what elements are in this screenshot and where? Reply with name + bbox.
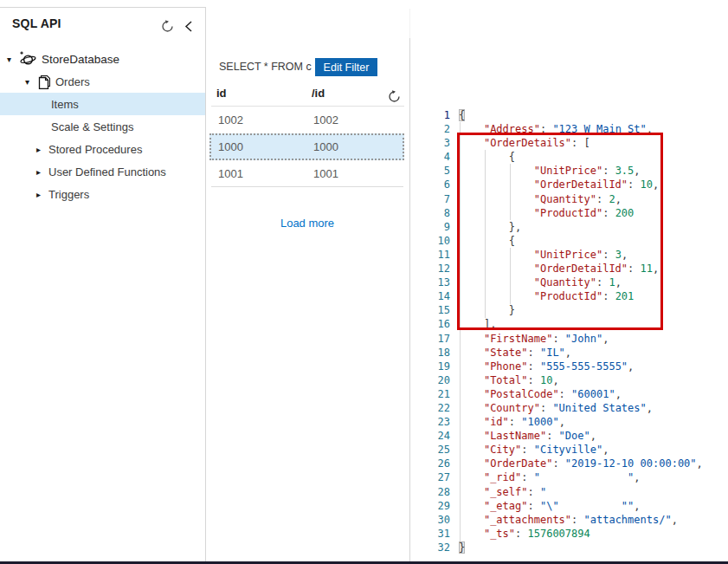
column-header-id[interactable]: id (216, 87, 227, 100)
items-label: Items (51, 98, 79, 111)
table-row[interactable]: 10011001 (209, 160, 404, 187)
editor-line: 7 "Quantity": 2, (410, 192, 728, 206)
column-header-partition-id[interactable]: /id (312, 87, 325, 100)
editor-line: 19 "Phone": "555-555-5555", (410, 360, 728, 373)
editor-line: 15 } (410, 303, 728, 317)
line-number: 14 (410, 289, 450, 303)
line-number: 3 (410, 136, 450, 150)
line-code[interactable]: "id": "1000", (459, 415, 565, 429)
table-row[interactable]: 10021002 (209, 107, 404, 133)
line-code[interactable]: { (459, 108, 465, 122)
json-editor[interactable]: 1{2 "Address": "123 W Main St",3 "OrderD… (410, 108, 728, 554)
api-title: SQL API (12, 16, 61, 30)
resource-tree: ▾ StoreDatabase ▾ (0, 48, 205, 205)
chevron-down-icon[interactable]: ▾ (7, 55, 19, 64)
line-number: 8 (410, 206, 450, 220)
line-code[interactable]: } (459, 303, 515, 317)
line-number: 11 (410, 248, 450, 262)
collection-label: Orders (55, 75, 90, 88)
line-number: 23 (410, 415, 450, 429)
editor-line: 16 ], (410, 317, 728, 331)
line-code[interactable]: { (459, 234, 515, 248)
line-code[interactable]: "Quantity": 1, (459, 276, 622, 289)
line-number: 28 (410, 485, 450, 499)
line-code[interactable]: "ProductId": 201 (459, 289, 634, 303)
line-code[interactable]: "Total": 10, (459, 373, 559, 387)
line-code[interactable]: { (459, 150, 515, 164)
chevron-right-icon[interactable]: ▸ (36, 145, 48, 154)
line-number: 18 (410, 346, 450, 360)
line-code[interactable]: "_rid": " ", (459, 470, 641, 484)
line-code[interactable]: "_ts": 1576007894 (459, 527, 590, 541)
line-code[interactable]: "OrderDetailId": 10, (459, 178, 659, 191)
sidebar-item-triggers[interactable]: ▸ Triggers (0, 183, 205, 205)
line-code[interactable]: "OrderDetails": [ (459, 136, 590, 150)
refresh-tree-button[interactable] (157, 16, 177, 36)
cell-id: 1002 (211, 113, 313, 126)
table-bottom-divider (211, 186, 403, 187)
line-number: 19 (410, 360, 450, 373)
chevron-right-icon[interactable]: ▸ (36, 190, 48, 199)
line-number: 4 (410, 150, 450, 164)
stored-procedures-label: Stored Procedures (48, 143, 142, 156)
line-code[interactable]: "OrderDetailId": 11, (459, 262, 659, 276)
line-number: 31 (410, 527, 450, 541)
line-code[interactable]: "PostalCode": "60001", (459, 387, 622, 401)
editor-line: 29 "_etag": "\" "", (410, 499, 728, 513)
line-code[interactable]: "ProductId": 200 (459, 206, 634, 220)
sidebar-item-storedatabase[interactable]: ▾ StoreDatabase (0, 48, 205, 70)
editor-line: 17 "FirstName": "John", (410, 332, 728, 346)
line-code[interactable]: "UnitPrice": 3.5, (459, 164, 641, 178)
line-code[interactable]: "Country": "United States", (459, 401, 653, 415)
line-code[interactable]: "Address": "123 W Main St", (459, 122, 653, 136)
line-number: 7 (410, 192, 450, 206)
line-code[interactable]: "_attachments": "attachments/", (459, 513, 678, 527)
chevron-right-icon[interactable]: ▸ (36, 167, 48, 177)
cell-partition-id: 1001 (313, 167, 338, 180)
line-code[interactable]: "_etag": "\" "", (459, 499, 641, 513)
editor-line: 6 "OrderDetailId": 10, (410, 178, 728, 191)
refresh-icon (387, 89, 402, 104)
line-code[interactable]: }, (459, 220, 521, 234)
editor-line: 32} (410, 541, 728, 554)
sidebar-item-orders[interactable]: ▾ Orders (0, 70, 205, 93)
collapse-sidebar-button[interactable] (178, 16, 199, 36)
editor-line: 3 "OrderDetails": [ (410, 136, 728, 150)
editor-line: 31 "_ts": 1576007894 (410, 527, 728, 541)
line-code[interactable]: "UnitPrice": 3, (459, 248, 628, 262)
line-number: 29 (410, 499, 450, 513)
line-number: 2 (410, 122, 450, 136)
line-number: 15 (410, 303, 450, 317)
line-code[interactable]: "City": "Cityville", (459, 443, 609, 457)
line-code[interactable]: "Quantity": 2, (459, 192, 622, 206)
data-explorer: SQL API ▾ (0, 0, 728, 564)
line-number: 5 (410, 164, 450, 178)
editor-line: 5 "UnitPrice": 3.5, (410, 164, 728, 178)
line-number: 26 (410, 457, 450, 470)
refresh-icon (160, 19, 175, 34)
sidebar-item-items[interactable]: Items (0, 93, 205, 115)
edit-filter-button[interactable]: Edit Filter (315, 58, 377, 76)
database-icon (19, 50, 36, 68)
line-code[interactable]: "Phone": "555-555-5555", (459, 360, 634, 373)
table-row[interactable]: 10001000 (209, 133, 404, 160)
sidebar-item-stored-procedures[interactable]: ▸ Stored Procedures (0, 138, 205, 160)
sidebar-item-user-defined-functions[interactable]: ▸ User Defined Functions (0, 160, 205, 183)
refresh-documents-button[interactable] (383, 86, 404, 107)
editor-line: 22 "Country": "United States", (410, 401, 728, 415)
line-code[interactable]: "State": "IL", (459, 346, 571, 360)
line-number: 9 (410, 220, 450, 234)
line-code[interactable]: "LastName": "Doe", (459, 429, 596, 443)
sidebar-item-scale-settings[interactable]: Scale & Settings (0, 115, 205, 138)
line-code[interactable]: "FirstName": "John", (459, 332, 609, 346)
line-code[interactable]: ], (459, 317, 496, 331)
chevron-down-icon[interactable]: ▾ (25, 77, 37, 87)
line-code[interactable]: } (459, 541, 465, 554)
line-code[interactable]: "OrderDate": "2019-12-10 00:00:00", (459, 457, 703, 470)
editor-line: 26 "OrderDate": "2019-12-10 00:00:00", (410, 457, 728, 470)
line-code[interactable]: "_self": " (459, 485, 546, 499)
load-more-link[interactable]: Load more (211, 217, 403, 230)
documents-table: 100210021000100010011001 (209, 107, 404, 187)
line-number: 13 (410, 276, 450, 289)
line-number: 32 (410, 541, 450, 554)
